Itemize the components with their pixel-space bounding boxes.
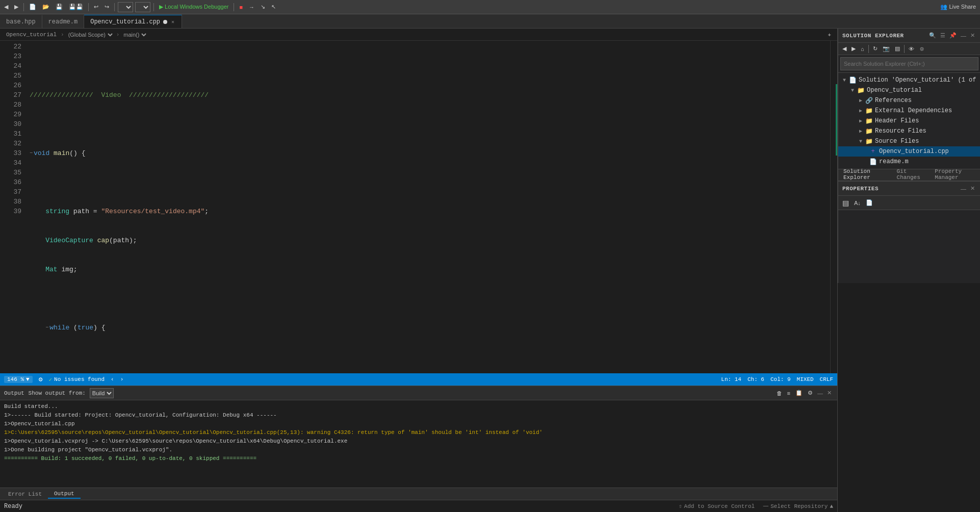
references-arrow-icon[interactable]: ▶ bbox=[857, 96, 865, 105]
header-files-icon: 📁 bbox=[865, 117, 873, 125]
tree-project-node[interactable]: ▼ 📁 Opencv_tutorial bbox=[838, 85, 980, 95]
breadcrumb-function-select[interactable]: main() bbox=[121, 31, 148, 38]
se-tab-property-manager[interactable]: Property Manager bbox=[930, 167, 980, 183]
ext-deps-icon: 📁 bbox=[865, 107, 873, 115]
se-home-btn[interactable]: ⌂ bbox=[859, 45, 866, 53]
chevron-right-icon[interactable]: › bbox=[120, 376, 124, 382]
tree-solution-node[interactable]: ▼ 📄 Solution 'Opencv_tutorial' (1 of 1 p… bbox=[838, 75, 980, 85]
tree-references-node[interactable]: ▶ 🔗 References bbox=[838, 95, 980, 106]
select-repository[interactable]: ⸻ Select Repository ▲ bbox=[763, 503, 833, 509]
props-minimize-button[interactable]: — bbox=[959, 185, 968, 192]
zoom-control[interactable]: 146 % ▼ bbox=[4, 376, 33, 383]
se-close-button[interactable]: ✕ bbox=[969, 32, 976, 39]
source-files-arrow-icon[interactable]: ▼ bbox=[857, 137, 865, 145]
se-toolbar-btn-1[interactable]: 🔍 bbox=[927, 32, 938, 39]
output-copy-button[interactable]: 📋 bbox=[793, 389, 805, 397]
zoom-dropdown-icon[interactable]: ▼ bbox=[26, 376, 30, 382]
output-content[interactable]: Build started... 1>------ Build started:… bbox=[0, 400, 837, 488]
start-debug-button[interactable]: ▶ Local Windows Debugger bbox=[157, 3, 230, 11]
ext-deps-arrow-icon[interactable]: ▶ bbox=[857, 107, 865, 115]
editor-expand-button[interactable]: + bbox=[826, 31, 833, 39]
se-pin-button[interactable]: 📌 bbox=[948, 32, 958, 39]
props-close-button[interactable]: ✕ bbox=[969, 185, 976, 192]
project-icon: 📁 bbox=[857, 86, 865, 94]
tp-videocapture: VideoCapture bbox=[45, 236, 93, 245]
props-alpha-btn[interactable]: A↓ bbox=[852, 199, 863, 207]
stop-button[interactable]: ■ bbox=[237, 3, 245, 11]
solution-explorer-buttons: 🔍 ☰ 📌 — ✕ bbox=[927, 32, 976, 39]
solution-arrow-icon[interactable]: ▼ bbox=[840, 76, 848, 84]
output-close-button[interactable]: ✕ bbox=[826, 389, 833, 397]
se-forward-btn[interactable]: ▶ bbox=[849, 44, 858, 53]
undo-button[interactable]: ↩ bbox=[92, 3, 100, 11]
output-line-1: Build started... bbox=[4, 402, 833, 411]
header-files-arrow-icon[interactable]: ▶ bbox=[857, 117, 865, 125]
back-button[interactable]: ◀ bbox=[2, 3, 10, 11]
open-button[interactable]: 📂 bbox=[40, 3, 51, 11]
tab-base-hpp[interactable]: base.hpp bbox=[0, 15, 42, 28]
resource-files-arrow-icon[interactable]: ▶ bbox=[857, 127, 865, 135]
tree-external-deps-node[interactable]: ▶ 📁 External Dependencies bbox=[838, 106, 980, 116]
step-out-button[interactable]: ↖ bbox=[269, 3, 278, 11]
new-project-button[interactable]: 📄 bbox=[27, 3, 38, 11]
breadcrumb-project[interactable]: Opencv_tutorial bbox=[4, 31, 59, 39]
save-all-button[interactable]: 💾💾 bbox=[67, 3, 85, 11]
chevron-left-icon[interactable]: ‹ bbox=[111, 376, 114, 382]
tree-header-files-node[interactable]: ▶ 📁 Header Files bbox=[838, 116, 980, 126]
se-filter-btn[interactable]: 📷 bbox=[881, 44, 892, 53]
props-category-btn[interactable]: ▤ bbox=[840, 198, 851, 208]
step-over-button[interactable]: → bbox=[247, 3, 256, 11]
code-content[interactable]: //////////////// Video /////////////////… bbox=[25, 41, 830, 373]
output-wrap-button[interactable]: ≡ bbox=[785, 389, 792, 397]
line-num-22: 22 bbox=[0, 42, 21, 52]
ch-status: Ch: 6 bbox=[747, 376, 764, 382]
tab-readme[interactable]: readme.m bbox=[42, 15, 85, 28]
tab-output[interactable]: Output bbox=[48, 490, 81, 499]
tree-opencv-cpp-node[interactable]: + Opencv_tutorial.cpp bbox=[838, 146, 980, 157]
collapse-31[interactable]: − bbox=[45, 323, 48, 332]
tab-error-list[interactable]: Error List bbox=[2, 490, 48, 498]
se-sort-btn[interactable]: ▤ bbox=[893, 44, 902, 53]
tab-close-button[interactable]: ✕ bbox=[170, 19, 175, 25]
output-minimize-button[interactable]: — bbox=[816, 389, 824, 397]
tree-resource-files-node[interactable]: ▶ 📁 Resource Files bbox=[838, 126, 980, 136]
output-clear-button[interactable]: 🗑 bbox=[775, 389, 784, 397]
save-button[interactable]: 💾 bbox=[54, 3, 65, 11]
code-line-26 bbox=[30, 177, 830, 187]
step-into-button[interactable]: ↘ bbox=[259, 3, 267, 11]
bottom-tabs: Error List Output bbox=[0, 488, 837, 500]
scroll-indicator[interactable] bbox=[830, 41, 837, 373]
output-source-dropdown[interactable]: Build bbox=[90, 388, 114, 398]
redo-button[interactable]: ↪ bbox=[102, 3, 111, 11]
se-toolbar-btn-2[interactable]: ☰ bbox=[939, 32, 947, 39]
se-search-input[interactable] bbox=[840, 57, 978, 70]
se-preview-btn[interactable]: 👁 bbox=[907, 45, 916, 53]
platform-dropdown[interactable]: x64 bbox=[135, 2, 150, 12]
tree-source-files-node[interactable]: ▼ 📁 Source Files bbox=[838, 136, 980, 146]
solution-label: Solution 'Opencv_tutorial' (1 of 1 proje… bbox=[859, 76, 980, 84]
output-settings-button[interactable]: ⚙ bbox=[806, 389, 815, 397]
se-settings-btn[interactable]: ⛭ bbox=[917, 45, 927, 53]
show-output-label: Show output from: bbox=[29, 390, 86, 396]
forward-button[interactable]: ▶ bbox=[12, 3, 20, 11]
se-sync-btn[interactable]: ↻ bbox=[871, 44, 880, 53]
live-share-button[interactable]: 👥 Live Share bbox=[938, 3, 978, 11]
props-pages-btn[interactable]: 📄 bbox=[864, 198, 875, 207]
settings-icon[interactable]: ⚙ bbox=[39, 375, 43, 383]
project-arrow-icon[interactable]: ▼ bbox=[848, 86, 857, 94]
debug-config-dropdown[interactable]: Debug bbox=[118, 2, 133, 12]
add-to-source-control[interactable]: ⇧ Add to Source Control bbox=[679, 503, 755, 509]
se-tab-solution-explorer[interactable]: Solution Explorer bbox=[838, 167, 892, 183]
line-num-33: 33 bbox=[0, 148, 21, 158]
se-tab-git-changes[interactable]: Git Changes bbox=[892, 167, 930, 183]
line-num-39: 39 bbox=[0, 207, 21, 216]
se-minimize-button[interactable]: — bbox=[959, 32, 968, 39]
breadcrumb-scope-select[interactable]: (Global Scope) bbox=[66, 31, 114, 38]
se-back-btn[interactable]: ◀ bbox=[840, 44, 848, 53]
select-repo-arrow-icon[interactable]: ▲ bbox=[830, 503, 833, 509]
tree-readme-node[interactable]: 📄 readme.m bbox=[838, 157, 980, 167]
properties-title: Properties bbox=[842, 186, 879, 192]
tab-opencv-cpp[interactable]: Opencv_tutorial.cpp ✕ bbox=[84, 15, 182, 28]
collapse-25[interactable]: − bbox=[30, 148, 33, 158]
line-num-37: 37 bbox=[0, 187, 21, 197]
